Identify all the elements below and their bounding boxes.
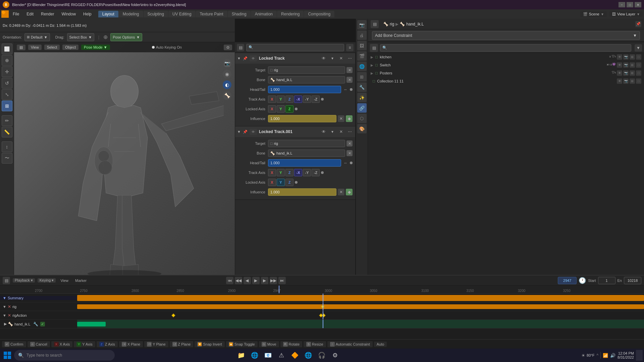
props-editor-btn[interactable]: ▤ <box>371 20 379 28</box>
collection-select[interactable]: □ <box>636 78 641 84</box>
constraint-close-2[interactable]: ✕ <box>338 128 344 135</box>
play-jump-end[interactable]: ⏭ <box>278 277 286 284</box>
constraint-vis-btn-2[interactable]: 👁 <box>250 129 257 135</box>
constraint-menu-2[interactable]: ⋯ <box>346 128 353 135</box>
taskbar-search[interactable]: 🔍 Type here to search <box>14 350 115 361</box>
outliner-item-collection[interactable]: □ Collection 11 11 👁 📷 ⊞ □ <box>368 77 644 85</box>
end-frame-input[interactable]: 10218 <box>624 277 641 284</box>
tool-relax[interactable]: 〜 <box>2 153 12 164</box>
rigaction-expand[interactable]: ▼ <box>3 313 6 317</box>
tool-rotate[interactable]: ↺ <box>2 78 12 88</box>
status-y-axis[interactable]: Y Y Axis <box>74 341 95 347</box>
tab-modeling[interactable]: Modeling <box>119 11 143 17</box>
maximize-button[interactable]: □ <box>627 2 633 7</box>
tab-texture-paint[interactable]: Texture Paint <box>196 11 227 17</box>
track-axis-y-1[interactable]: Y <box>277 96 285 103</box>
rig-expand[interactable]: ▼ <box>3 305 6 309</box>
orientation-select[interactable]: ⊞ Default ▼ <box>24 33 50 41</box>
viewlayer-select[interactable]: 🖼 View Layer ▼ <box>609 11 643 17</box>
menu-window[interactable]: Window <box>58 11 79 17</box>
track-axis-neg-y-1[interactable]: -Y <box>303 96 311 103</box>
start-frame-input[interactable]: 1 <box>598 277 615 284</box>
taskbar-headphones[interactable]: 🎧 <box>316 349 328 361</box>
tab-sculpting[interactable]: Sculpting <box>144 11 168 17</box>
headtail-edit-2[interactable]: ↔ <box>342 160 348 166</box>
status-x-plane[interactable]: ↑X X Plane <box>119 341 143 347</box>
gizmo-camera[interactable]: 📷 <box>223 59 231 68</box>
constraint-close-1[interactable]: ✕ <box>338 55 344 62</box>
tool-bone-roll[interactable]: ↕ <box>2 141 12 152</box>
track-axis-neg-y-2[interactable]: -Y <box>303 169 311 176</box>
timeline-editor-btn[interactable]: ▤ <box>3 277 10 284</box>
constraint-header-2[interactable]: ▼ 📌 👁 Locked Track.001 👁 ▾ ✕ ⋯ <box>235 126 355 137</box>
track-axis-y-2[interactable]: Y <box>277 169 285 176</box>
influence-clear-1[interactable]: ✕ <box>338 115 344 122</box>
play-prev-frame[interactable]: ◀ <box>244 277 251 284</box>
status-y-plane[interactable]: ↑Y Y Plane <box>144 341 168 347</box>
add-constraint-btn[interactable]: Add Bone Constraint ▼ <box>372 31 640 40</box>
tab-shading[interactable]: Shading <box>228 11 251 17</box>
gizmo-overlay[interactable]: ◉ <box>223 70 231 78</box>
constraint-chevron-1[interactable]: ▾ <box>329 55 336 62</box>
status-move[interactable]: G Move <box>259 341 279 347</box>
tab-rendering[interactable]: Rendering <box>277 11 304 17</box>
kitchen-viewport[interactable]: ⊞ <box>630 54 635 60</box>
influence-key-1[interactable]: ◆ <box>346 115 353 122</box>
gizmo-view-mode[interactable]: ◐ <box>223 80 231 89</box>
outliner-item-kitchen[interactable]: ▶ □ kitchen ₂ ▽₅ 👁 📷 ⊞ □ <box>368 53 644 61</box>
keying-menu[interactable]: Keying ▾ <box>38 278 56 283</box>
outliner-search[interactable]: 🔍 <box>380 44 631 52</box>
play-next-keyframe[interactable]: ▶▶ <box>270 277 277 284</box>
posters-viewport[interactable]: ⊞ <box>630 70 635 76</box>
target-value-2[interactable]: □ rig <box>268 140 345 147</box>
outliner-item-switch[interactable]: ▶ □ Switch ₃₀ ₂👾 👁 📷 ⊞ □ <box>368 61 644 69</box>
tray-up-arrow[interactable]: ^ <box>596 353 598 358</box>
outliner-editor-btn[interactable]: ▤ <box>370 44 378 52</box>
play-pause[interactable]: ▶ <box>252 277 260 284</box>
switch-select[interactable]: □ <box>636 62 641 68</box>
view-menu[interactable]: View <box>58 279 70 283</box>
status-auto[interactable]: Auto <box>374 342 387 347</box>
tool-move[interactable]: ✛ <box>2 66 12 77</box>
status-z-plane[interactable]: ↑Z Z Plane <box>170 341 194 347</box>
system-clock[interactable]: 12:04 PM 8/31/2022 <box>618 351 634 359</box>
locked-axis-x-2[interactable]: X <box>268 179 276 186</box>
play-jump-start[interactable]: ⏮ <box>226 277 233 284</box>
posters-render[interactable]: 📷 <box>623 70 629 76</box>
posters-vis[interactable]: 👁 <box>617 70 622 76</box>
props-data[interactable]: ⬡ <box>357 114 367 123</box>
locked-axis-z-2[interactable]: Z <box>285 179 293 186</box>
tool-cursor[interactable]: ⊕ <box>2 55 12 66</box>
playback-menu[interactable]: Playback ▾ <box>13 278 35 283</box>
constraints-editor-btn[interactable]: ▤ <box>237 44 244 51</box>
taskbar-mail[interactable]: 📧 <box>262 349 274 361</box>
target-close-2[interactable]: ✕ <box>346 140 353 146</box>
constraint-vis-btn-1[interactable]: 👁 <box>250 55 257 61</box>
track-axis-neg-x-2[interactable]: -X <box>294 169 302 176</box>
taskbar-chrome[interactable]: 🌐 <box>249 349 261 361</box>
drag-select[interactable]: Select Box ▼ <box>67 33 94 41</box>
taskbar-blender[interactable]: 🔶 <box>289 349 301 361</box>
scene-select[interactable]: 🎬 Scene ▼ <box>580 11 607 17</box>
close-button[interactable]: ✕ <box>635 2 641 7</box>
constraint-header-1[interactable]: ▼ 📌 👁 Locked Track 👁 ▾ ✕ ⋯ <box>235 53 355 64</box>
track-axis-neg-z-1[interactable]: -Z <box>312 96 320 103</box>
status-confirm[interactable]: ↵ Confirm <box>2 341 26 347</box>
status-z-axis[interactable]: Z Z Axis <box>97 341 118 347</box>
status-auto-constraint[interactable]: ↑ Automatic Constraint <box>327 341 373 347</box>
bone-close-2[interactable]: ✕ <box>346 150 353 156</box>
locked-axis-z-1[interactable]: Z <box>285 105 293 113</box>
props-modifier[interactable]: 🔧 <box>357 82 367 92</box>
gizmo-bone[interactable]: 🦴 <box>223 91 231 100</box>
taskbar-app-8[interactable]: ⚙ <box>329 349 341 361</box>
summary-track-content[interactable] <box>77 294 644 302</box>
constraint-vis-icon-1[interactable]: 👁 <box>320 55 327 62</box>
track-axis-x-1[interactable]: X <box>268 96 276 103</box>
track-axis-z-2[interactable]: Z <box>285 169 293 176</box>
tab-uv-editing[interactable]: UV Editing <box>168 11 196 17</box>
constraint-vis-icon-2[interactable]: 👁 <box>320 128 327 135</box>
tool-transform[interactable]: ⊞ <box>2 101 12 111</box>
props-particles[interactable]: ✨ <box>357 93 367 102</box>
influence-value-1[interactable]: 1.000 <box>268 115 336 122</box>
locked-axis-y-2[interactable]: Y <box>277 179 285 186</box>
